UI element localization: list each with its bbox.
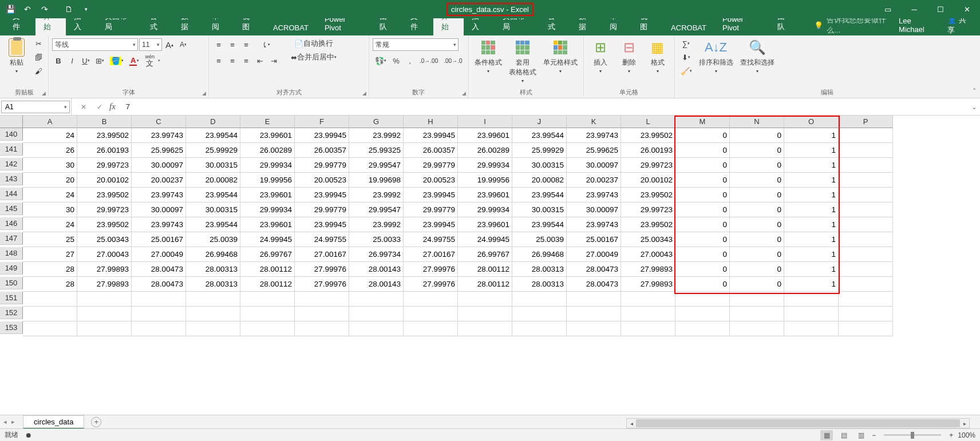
scroll-left-icon[interactable]: ◂ (627, 420, 636, 427)
cell[interactable]: 27.99893 (77, 262, 132, 277)
cell[interactable] (349, 321, 404, 336)
cell[interactable]: 23.99502 (77, 188, 132, 202)
cell[interactable] (512, 321, 567, 336)
cell[interactable]: 1 (784, 173, 839, 188)
increase-indent-icon[interactable]: ⇥ (267, 54, 280, 67)
cell[interactable]: 23.99502 (77, 128, 132, 143)
macro-record-icon[interactable]: ⏺ (25, 431, 32, 439)
fill-icon[interactable]: ⬇ ▾ (678, 51, 694, 63)
cell[interactable]: 28.00473 (132, 277, 186, 292)
cell[interactable]: 30.00097 (132, 202, 186, 217)
cell[interactable] (839, 188, 893, 202)
fx-icon[interactable]: fx (109, 102, 116, 112)
cell[interactable]: 0 (730, 217, 784, 232)
col-header-G[interactable]: G (349, 116, 404, 128)
col-header-B[interactable]: B (77, 116, 132, 128)
cell[interactable]: 25.99929 (512, 143, 567, 158)
fill-color-icon[interactable]: 🪣▾ (108, 54, 126, 67)
row-header-144[interactable]: 144 (0, 188, 23, 200)
cell[interactable]: 20.00237 (567, 173, 621, 188)
cell[interactable]: 19.99956 (240, 173, 295, 188)
cell[interactable] (839, 292, 893, 307)
zoom-slider[interactable] (884, 434, 941, 436)
cell[interactable]: 23.99743 (567, 217, 621, 232)
cell[interactable]: 30 (23, 158, 77, 173)
cell[interactable]: 30.00315 (512, 158, 567, 173)
increase-font-icon[interactable]: A▴ (163, 38, 176, 51)
cell[interactable]: 0 (675, 262, 730, 277)
cell[interactable]: 20.00237 (132, 173, 186, 188)
cell[interactable]: 27 (23, 247, 77, 262)
cell[interactable] (23, 292, 77, 307)
tab-ACROBAT[interactable]: ACROBAT (663, 20, 714, 35)
font-launcher-icon[interactable]: ◢ (202, 90, 206, 96)
paste-button[interactable]: 粘贴 ▾ (3, 37, 30, 75)
clipboard-launcher-icon[interactable]: ◢ (42, 90, 46, 96)
cell[interactable] (784, 307, 839, 321)
format-cells-button[interactable]: ▦格式▾ (645, 37, 671, 75)
expand-formula-bar-icon[interactable]: ⌄ (969, 103, 980, 111)
cell[interactable]: 24.99945 (458, 232, 512, 247)
cell[interactable]: 20.00082 (512, 173, 567, 188)
cell[interactable]: 0 (675, 188, 730, 202)
cell[interactable]: 27.00049 (132, 247, 186, 262)
cell[interactable]: 1 (784, 277, 839, 292)
cell[interactable]: 23.99502 (621, 217, 675, 232)
cell[interactable]: 29.99779 (295, 158, 349, 173)
cell[interactable]: 23.99743 (132, 128, 186, 143)
name-box[interactable]: A1 (1, 101, 70, 113)
cell[interactable]: 26.99767 (240, 247, 295, 262)
cell[interactable] (349, 292, 404, 307)
cell[interactable]: 29.99547 (349, 202, 404, 217)
collapse-ribbon-icon[interactable]: ˄ (973, 87, 977, 96)
scroll-right-icon[interactable]: ▸ (960, 420, 969, 427)
row-header-140[interactable]: 140 (0, 128, 23, 141)
cell[interactable] (839, 158, 893, 173)
cell[interactable]: 23.9992 (349, 217, 404, 232)
cell[interactable]: 26.00357 (404, 143, 458, 158)
user-name[interactable]: Lee Michael (899, 17, 938, 34)
cell-styles-button[interactable]: 单元格样式▾ (541, 37, 580, 75)
cell[interactable]: 20.00102 (77, 173, 132, 188)
row-header-153[interactable]: 153 (0, 321, 23, 334)
cell[interactable]: 28.00112 (458, 277, 512, 292)
cell[interactable]: 25.99325 (349, 143, 404, 158)
cell[interactable]: 26.00193 (77, 143, 132, 158)
align-top-icon[interactable]: ≡ (212, 38, 225, 51)
cell[interactable]: 26.99767 (458, 247, 512, 262)
cell[interactable]: 25.0039 (512, 232, 567, 247)
undo-icon[interactable]: ↶ (19, 1, 35, 17)
cell[interactable]: 0 (675, 277, 730, 292)
redo-icon[interactable]: ↷ (37, 1, 53, 17)
cell[interactable]: 27.99976 (404, 277, 458, 292)
cell[interactable]: 23.99945 (404, 128, 458, 143)
cell[interactable] (295, 307, 349, 321)
cell[interactable]: 1 (784, 247, 839, 262)
cell[interactable] (730, 292, 784, 307)
cell[interactable]: 29.99779 (404, 202, 458, 217)
sheet-tab-active[interactable]: circles_data (23, 415, 84, 429)
cell[interactable]: 23.99544 (186, 128, 240, 143)
cell[interactable]: 25 (23, 232, 77, 247)
cell[interactable]: 23.99743 (132, 217, 186, 232)
italic-button[interactable]: I (66, 54, 78, 67)
add-sheet-icon[interactable]: + (91, 417, 101, 427)
cell[interactable] (784, 292, 839, 307)
cell[interactable]: 0 (730, 262, 784, 277)
cell[interactable]: 23.99544 (186, 188, 240, 202)
cell[interactable]: 23.99945 (404, 217, 458, 232)
merge-center-button[interactable]: ⬌合并后居中 ▾ (287, 51, 341, 63)
border-icon[interactable]: ⊞ ▾ (93, 54, 106, 67)
phonetic-icon[interactable]: wén文 (143, 54, 157, 67)
cell[interactable]: 26.00289 (458, 143, 512, 158)
find-select-button[interactable]: 🔍查找和选择▾ (738, 37, 777, 75)
row-header-143[interactable]: 143 (0, 173, 23, 185)
cell[interactable]: 23.99601 (458, 217, 512, 232)
sheet-nav-first-icon[interactable]: ◂ (3, 418, 7, 426)
cell[interactable]: 29.99547 (349, 158, 404, 173)
align-left-icon[interactable]: ≡ (212, 54, 225, 67)
select-all-corner[interactable] (0, 116, 23, 128)
cell[interactable]: 20.00523 (295, 173, 349, 188)
cell[interactable]: 0 (730, 128, 784, 143)
cell[interactable]: 23.99544 (512, 217, 567, 232)
